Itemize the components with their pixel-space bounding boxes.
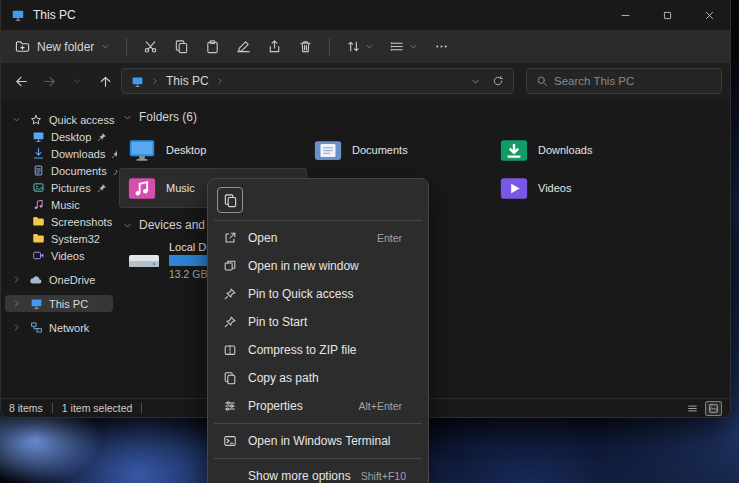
up-button[interactable]	[93, 68, 117, 94]
chevron-down-icon	[12, 115, 23, 124]
address-dropdown-icon[interactable]	[471, 77, 480, 86]
folder-tile-label: Desktop	[166, 144, 206, 156]
sidebar-item-pictures[interactable]: Pictures	[5, 179, 113, 196]
sidebar-item-label: Music	[51, 199, 80, 211]
sidebar-item-documents[interactable]: Documents	[5, 162, 113, 179]
new-folder-button[interactable]: New folder	[15, 39, 110, 54]
context-menu-item-pin-to-start[interactable]: Pin to Start	[212, 308, 424, 336]
search-input[interactable]	[554, 75, 712, 87]
delete-button[interactable]	[298, 39, 313, 54]
sidebar-item-this-pc[interactable]: This PC	[5, 295, 113, 312]
toolbar-divider	[126, 38, 127, 56]
menu-separator	[214, 220, 422, 221]
sidebar-item-system32[interactable]: System32	[5, 230, 113, 247]
folders-section-header[interactable]: Folders (6)	[120, 107, 730, 127]
folder-tile-label: Downloads	[538, 144, 592, 156]
rename-icon	[236, 39, 251, 54]
quick-access-star-icon	[29, 114, 43, 126]
cut-button[interactable]	[143, 39, 158, 54]
this-pc-icon	[29, 297, 43, 310]
folder-tile-label: Music	[166, 182, 195, 194]
sidebar-item-label: Videos	[51, 250, 84, 262]
sidebar-item-network[interactable]: Network	[5, 319, 113, 336]
copy-icon	[223, 193, 238, 208]
copy-button[interactable]	[174, 39, 189, 54]
status-divider	[52, 403, 53, 413]
chevron-down-icon	[409, 42, 418, 51]
folder-tile-downloads[interactable]: Downloads	[492, 131, 678, 169]
share-button[interactable]	[267, 39, 282, 54]
folder-tile-videos[interactable]: Videos	[492, 169, 678, 207]
context-menu-item-open-in-new-window[interactable]: Open in new window	[212, 252, 424, 280]
address-bar[interactable]: This PC	[121, 68, 514, 94]
close-button[interactable]	[688, 0, 730, 30]
context-menu-item-open[interactable]: Open Enter	[212, 224, 424, 252]
sidebar-item-label: OneDrive	[49, 274, 95, 286]
paste-button[interactable]	[205, 39, 220, 54]
search-box[interactable]	[526, 68, 722, 94]
breadcrumb-chevron-icon	[216, 77, 224, 85]
chevron-right-icon	[12, 299, 23, 308]
refresh-icon[interactable]	[492, 75, 504, 87]
share-icon	[267, 39, 282, 54]
context-menu-item-show-more-options[interactable]: Show more options Shift+F10	[212, 462, 424, 483]
menu-item-shortcut: Shift+F10	[361, 470, 418, 482]
sidebar-item-downloads[interactable]: Downloads	[5, 145, 113, 162]
caption-buttons	[604, 0, 730, 30]
sidebar-item-onedrive[interactable]: OneDrive	[5, 271, 113, 288]
large-icons-view-button[interactable]	[705, 401, 722, 416]
copy-button[interactable]	[217, 187, 243, 213]
videos-folder-icon	[499, 176, 529, 201]
context-menu: Open Enter Open in new window Pin to Qui…	[207, 178, 429, 483]
open-icon	[222, 231, 238, 245]
sidebar-item-label: Desktop	[51, 131, 91, 143]
chevron-down-icon	[101, 42, 110, 51]
this-pc-window-icon	[11, 8, 25, 22]
recent-locations-button[interactable]	[65, 68, 89, 94]
minimize-button[interactable]	[604, 0, 646, 30]
folder-tile-documents[interactable]: Documents	[306, 131, 492, 169]
context-menu-item-properties[interactable]: Properties Alt+Enter	[212, 392, 424, 420]
command-bar: New folder	[1, 30, 730, 63]
menu-item-label: Open	[248, 231, 277, 245]
rename-button[interactable]	[236, 39, 251, 54]
sidebar-item-videos[interactable]: Videos	[5, 247, 113, 264]
back-button[interactable]	[9, 68, 33, 94]
context-menu-item-compress-to-zip[interactable]: Compress to ZIP file	[212, 336, 424, 364]
more-options-button[interactable]	[434, 39, 449, 54]
sidebar-item-label: Quick access	[49, 114, 114, 126]
sidebar-item-label: Pictures	[51, 182, 91, 194]
title-bar: This PC	[1, 0, 730, 30]
folder-tile-desktop[interactable]: Desktop	[120, 131, 306, 169]
section-header-label: Folders (6)	[139, 110, 197, 124]
context-menu-icon-row	[212, 183, 424, 217]
sidebar-item-label: Documents	[51, 165, 107, 177]
ellipsis-icon	[434, 39, 449, 54]
view-button[interactable]	[390, 39, 418, 54]
sidebar-item-music[interactable]: Music	[5, 196, 113, 213]
sidebar-item-quick-access[interactable]: Quick access	[5, 111, 113, 128]
window-title: This PC	[33, 8, 76, 22]
sidebar-item-desktop[interactable]: Desktop	[5, 128, 113, 145]
pin-icon	[97, 132, 107, 142]
desktop-icon	[31, 130, 45, 143]
downloads-icon	[31, 147, 45, 160]
context-menu-item-copy-as-path[interactable]: Copy as path	[212, 364, 424, 392]
network-icon	[29, 321, 43, 334]
sort-button[interactable]	[346, 39, 374, 54]
folder-icon	[31, 232, 45, 245]
sidebar-item-label: Downloads	[51, 148, 105, 160]
forward-button[interactable]	[37, 68, 61, 94]
onedrive-cloud-icon	[29, 273, 43, 287]
maximize-button[interactable]	[646, 0, 688, 30]
view-toggles	[684, 401, 722, 416]
context-menu-item-pin-to-quick-access[interactable]: Pin to Quick access	[212, 280, 424, 308]
navigation-bar: This PC	[1, 63, 730, 99]
context-menu-item-open-in-windows-terminal[interactable]: Open in Windows Terminal	[212, 427, 424, 455]
sidebar-item-screenshots[interactable]: Screenshots	[5, 213, 113, 230]
breadcrumb-location[interactable]: This PC	[166, 74, 209, 88]
details-view-button[interactable]	[684, 401, 701, 416]
new-folder-label: New folder	[37, 40, 94, 54]
sidebar-item-label: This PC	[49, 298, 88, 310]
new-folder-icon	[15, 39, 30, 54]
